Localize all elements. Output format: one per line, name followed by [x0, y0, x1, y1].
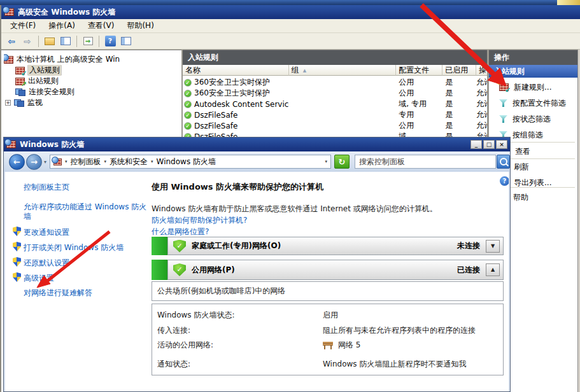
nav-troubleshoot-network[interactable]: 对网络进行疑难解答: [24, 288, 92, 298]
firewall-control-panel-window: Windows 防火墙 _ □ × ← → ▾ ▾ 控制面板 ▾ 系统和安全 ▾…: [3, 137, 511, 392]
menu-action[interactable]: 操作(A): [42, 19, 81, 32]
rule-row[interactable]: ✓Autodesk Content Service 域, 专用 是 允许: [183, 99, 487, 109]
action-filter-by-state[interactable]: 按状态筛选: [489, 113, 577, 125]
show-tree-button[interactable]: [43, 35, 57, 48]
link-what-is-network-location[interactable]: 什么是网络位置?: [152, 227, 209, 237]
fw-window-title: Windows 防火墙: [20, 139, 84, 150]
action-pane-button[interactable]: [119, 35, 133, 48]
connection-security-icon: [15, 88, 25, 96]
column-name[interactable]: 名称: [183, 65, 289, 76]
menu-view[interactable]: 查看(V): [81, 19, 121, 32]
tree-item-inbound-rules[interactable]: ↙ 入站规则: [15, 65, 195, 76]
rule-enabled-icon: ✓: [184, 79, 192, 87]
column-group[interactable]: 组▲: [289, 65, 397, 76]
actions-inbound-rules-header[interactable]: 入站规则: [489, 65, 577, 78]
export-button[interactable]: ⇒: [81, 35, 95, 48]
back-button[interactable]: ←: [9, 154, 25, 170]
menu-file[interactable]: 文件(F): [4, 19, 42, 32]
search-box: [355, 155, 496, 169]
rule-row[interactable]: ✓DszFileSafe 专用 是 允许: [183, 109, 487, 120]
home-work-network-status: 未连接: [457, 241, 480, 251]
rule-row[interactable]: ✓360安全卫士实时保护 公用 是 允许: [183, 77, 487, 88]
outbound-rules-icon: ↗: [15, 78, 25, 85]
window-controls: _ □ ×: [470, 140, 507, 149]
back-arrow-icon: ⇦: [8, 36, 15, 46]
nav-advanced-settings[interactable]: 高级设置: [24, 273, 54, 284]
forward-button[interactable]: →: [26, 154, 42, 170]
expand-plus-icon[interactable]: +: [5, 100, 11, 106]
minimize-button[interactable]: _: [470, 140, 482, 149]
public-network-desc-box: 公共场所(例如机场或咖啡店)中的网络: [152, 281, 504, 301]
breadcrumb-windows-firewall[interactable]: Windows 防火墙: [157, 157, 216, 167]
home-work-network-bar[interactable]: ✓ 家庭或工作(专用)网络(O) 未连接 ▼: [152, 237, 504, 255]
search-magnifier-button[interactable]: [497, 155, 510, 169]
window-pane-icon: [60, 37, 71, 45]
help-icon[interactable]: ?: [500, 176, 509, 186]
filter-icon: [499, 99, 507, 107]
tree-item-outbound-rules[interactable]: ↗ 出站规则: [15, 76, 195, 87]
nav-restore-defaults[interactable]: 还原默认设置: [24, 258, 69, 269]
green-shield-check-icon: ✓: [173, 263, 186, 276]
expand-down-button[interactable]: ▼: [486, 240, 500, 253]
action-pane-icon: [121, 37, 131, 45]
detail-row-state: Windows 防火墙状态: 启用: [152, 310, 503, 321]
nav-control-panel-home[interactable]: 控制面板主页: [24, 182, 69, 193]
column-enabled[interactable]: 已启用: [442, 65, 476, 76]
close-button[interactable]: ×: [496, 140, 507, 149]
tree-item-connection-security[interactable]: 连接安全规则: [15, 87, 195, 97]
notification-state-value: Windows 防火墙阻止新程序时不要通知我: [323, 359, 466, 370]
column-profile[interactable]: 配置文件: [396, 65, 442, 76]
active-network-value: 网络 5: [323, 340, 360, 351]
list-pane-header: 入站规则: [183, 50, 487, 65]
rule-row[interactable]: ✓DszFileSafe 公用 是 允许: [183, 120, 487, 131]
nav-allow-program[interactable]: 允许程序或功能通过 Windows 防火墙: [24, 202, 148, 221]
page-title: 使用 Windows 防火墙来帮助保护您的计算机: [152, 181, 323, 193]
breadcrumb[interactable]: ▾ 控制面板 ▾ 系统和安全 ▾ Windows 防火墙 ▾: [50, 155, 331, 169]
network-green-block: [152, 237, 167, 255]
console-pane-button[interactable]: [59, 35, 73, 48]
tree-connsec-label: 连接安全规则: [29, 87, 74, 97]
search-input[interactable]: [355, 157, 495, 166]
home-work-network-label: 家庭或工作(专用)网络(O): [192, 241, 281, 251]
history-dropdown-icon[interactable]: ▾: [44, 159, 46, 165]
firewall-icon: [6, 141, 16, 148]
tree-item-monitoring[interactable]: + 监视: [5, 97, 185, 108]
fw-titlebar[interactable]: Windows 防火墙 _ □ ×: [4, 137, 510, 151]
toolbar-separator: [76, 36, 77, 47]
menu-help[interactable]: 帮助(H): [120, 19, 160, 32]
action-filter-by-profile[interactable]: 按配置文件筛选: [489, 97, 577, 109]
advfw-titlebar[interactable]: 高级安全 Windows 防火墙: [1, 5, 580, 19]
monitoring-icon: [14, 99, 24, 107]
uac-shield-icon: [13, 257, 21, 267]
link-how-firewall-helps[interactable]: 防火墙如何帮助保护计算机?: [152, 215, 247, 226]
tree-root-label: 本地计算机 上的高级安全 Win: [17, 54, 120, 65]
breadcrumb-arrow-icon[interactable]: ▾: [104, 159, 107, 164]
new-rule-icon: ✱↙: [499, 83, 509, 91]
public-network-bar[interactable]: ✓ 公用网络(P) 已连接 ▲: [152, 260, 504, 280]
network-green-block: [152, 260, 167, 280]
nav-turn-firewall-on-off[interactable]: 打开或关闭 Windows 防火墙: [24, 242, 124, 253]
advfw-menubar: 文件(F) 操作(A) 查看(V) 帮助(H): [1, 19, 580, 33]
column-action[interactable]: 操作: [476, 65, 487, 76]
collapse-up-button[interactable]: ▲: [486, 263, 500, 276]
rule-row[interactable]: ✓360安全卫士实时保护 公用 是 允许: [183, 88, 487, 99]
forward-button[interactable]: ⇨: [20, 35, 34, 48]
firewall-icon: [53, 158, 62, 165]
back-button[interactable]: ⇦: [4, 35, 18, 48]
window-right-border: [577, 50, 580, 392]
breadcrumb-arrow-icon[interactable]: ▾: [65, 159, 67, 164]
nav-change-notification-settings[interactable]: 更改通知设置: [24, 227, 69, 238]
address-dropdown-icon[interactable]: ▾: [325, 159, 327, 164]
filter-icon: [499, 115, 507, 123]
breadcrumb-system-security[interactable]: 系统和安全: [110, 157, 148, 167]
breadcrumb-control-panel[interactable]: 控制面板: [71, 157, 101, 167]
action-new-rule[interactable]: ✱↙ 新建规则...: [489, 81, 577, 94]
tree-root-node[interactable]: 本地计算机 上的高级安全 Win: [4, 54, 184, 65]
public-network-label: 公用网络(P): [192, 265, 235, 276]
rule-enabled-icon: ✓: [184, 122, 192, 130]
refresh-button[interactable]: ↻: [334, 155, 350, 169]
breadcrumb-arrow-icon[interactable]: ▾: [151, 159, 153, 164]
help-button[interactable]: ?: [103, 35, 117, 48]
maximize-button[interactable]: □: [483, 140, 495, 149]
uac-shield-icon: [13, 227, 21, 236]
